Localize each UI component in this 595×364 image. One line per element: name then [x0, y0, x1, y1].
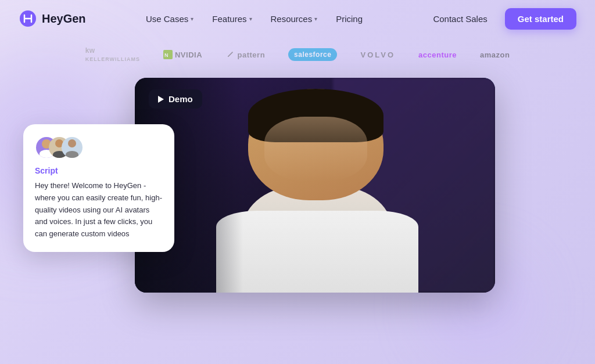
chevron-down-icon: ▾ [249, 16, 252, 22]
demo-badge[interactable]: Demo [149, 89, 202, 109]
logo-pattern: ⟋ pattern [225, 49, 265, 60]
video-card: Demo [135, 78, 495, 293]
script-label: Script [35, 166, 163, 175]
nav-item-pricing[interactable]: Pricing [328, 9, 371, 28]
logo-accenture: accenture [418, 51, 457, 59]
contact-sales-button[interactable]: Contact Sales [422, 9, 497, 28]
nav-item-features[interactable]: Features ▾ [204, 9, 260, 28]
logo-area[interactable]: HeyGen [19, 9, 86, 28]
nav-item-use-cases[interactable]: Use Cases ▾ [138, 9, 202, 28]
navbar: HeyGen Use Cases ▾ Features ▾ Resources … [0, 0, 595, 37]
logo-volvo: VOLVO [360, 51, 395, 59]
logos-strip: kw KELLERWILLIAMS N NVIDIA ⟋ pattern sal… [0, 37, 595, 72]
heygen-logo-icon [19, 9, 37, 28]
script-card: Script Hey there! Welcome to HeyGen - wh… [23, 124, 174, 252]
logo-amazon: amazon [480, 51, 510, 59]
logo-salesforce: salesforce [288, 48, 337, 61]
script-text: Hey there! Welcome to HeyGen - where you… [35, 180, 163, 240]
video-background: Demo [135, 78, 495, 293]
chevron-down-icon: ▾ [191, 16, 193, 22]
play-icon [158, 96, 164, 103]
logo-kw: kw KELLERWILLIAMS [85, 46, 140, 63]
svg-text:N: N [164, 52, 169, 58]
logo-nvidia: N NVIDIA [163, 50, 202, 59]
avatar-3 [60, 136, 84, 159]
main-content: Script Hey there! Welcome to HeyGen - wh… [0, 78, 595, 293]
avatars-row [35, 136, 163, 159]
chevron-down-icon: ▾ [314, 16, 317, 22]
logo-text: HeyGen [42, 12, 86, 26]
get-started-button[interactable]: Get started [505, 8, 576, 30]
nav-links: Use Cases ▾ Features ▾ Resources ▾ Prici… [138, 9, 371, 28]
nav-item-resources[interactable]: Resources ▾ [263, 9, 326, 28]
nav-right: Contact Sales Get started [422, 8, 576, 30]
